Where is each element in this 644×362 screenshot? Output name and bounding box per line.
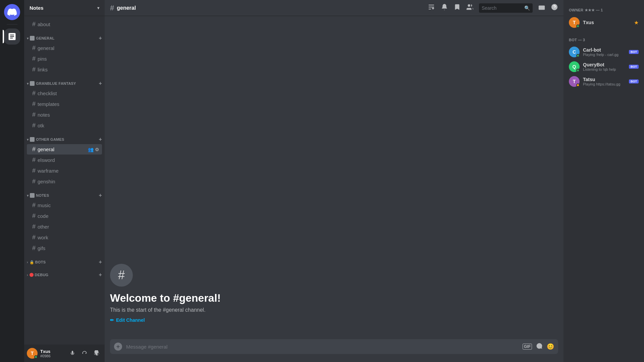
svg-point-0 [468,4,470,7]
channel-item-links[interactable]: # links [27,64,102,75]
search-input[interactable] [482,2,522,14]
channel-item-notes-gbf[interactable]: # notes [27,110,102,120]
member-name: Txus [583,20,631,25]
gif-button[interactable]: GIF [523,344,532,350]
member-status-indicator [576,24,580,28]
user-avatar[interactable]: T [27,348,38,359]
channel-item-warframe[interactable]: # warframe [27,166,102,176]
member-avatar: T [569,76,580,87]
folder-icon [30,81,35,86]
pencil-icon: ✏ [110,317,114,323]
user-tag-label: #0986 [40,354,64,358]
channel-name: notes [38,112,50,118]
channel-item-gifs[interactable]: # gifs [27,243,102,253]
member-name: QueryBot [583,62,626,67]
help-icon[interactable] [551,3,558,12]
channel-item-music[interactable]: # music [27,200,102,210]
deafen-button[interactable] [79,348,90,359]
emoji-button[interactable]: 😊 [547,343,554,350]
member-item-tatsu[interactable]: T Tatsu Playing https://tatsu.gg BOT [566,74,641,89]
user-controls [67,348,102,359]
channel-header-hash: # [110,4,114,12]
notification-bell-icon[interactable] [441,3,448,12]
channel-name: other [38,224,49,230]
channel-name: gifs [38,245,45,251]
category-granblue-fantasy[interactable]: ▾ GRANBLUE FANTASY + [24,75,105,88]
edit-channel-button[interactable]: ✏ Edit Channel [110,317,145,323]
server-sidebar [0,0,24,362]
bot-badge: BOT [629,65,639,69]
category-label: OTHER GAMES [36,137,64,141]
pin-icon[interactable] [453,3,461,12]
mute-button[interactable] [67,348,78,359]
channel-name: warframe [38,168,59,174]
chat-area: # Welcome to #general! This is the start… [105,16,564,339]
channel-item-general-other[interactable]: # general 👥 ⚙ [27,144,102,155]
channel-item-checklist[interactable]: # checklist [27,88,102,99]
settings-icon[interactable]: ⚙ [95,147,99,152]
members-icon[interactable] [466,3,474,12]
settings-button[interactable] [91,348,102,359]
add-channel-button[interactable]: + [99,192,102,198]
member-avatar: Q [569,61,580,72]
member-item-querybot[interactable]: Q QueryBot Listening to !qb help BOT [566,59,641,74]
channel-name: pins [38,56,47,62]
hash-icon: # [32,202,36,209]
threads-icon[interactable] [427,3,435,13]
channel-item-other[interactable]: # other [27,222,102,232]
hash-icon: # [32,245,36,252]
hash-icon: # [32,157,36,164]
add-channel-button[interactable]: + [99,272,102,278]
member-item-txus[interactable]: T Txus ★ [566,15,641,30]
member-status-indicator [576,69,580,72]
server-name-header[interactable]: Notes ▾ [24,0,105,16]
message-input[interactable] [126,340,519,353]
attach-file-button[interactable]: + [114,343,122,351]
channel-item-genshin[interactable]: # genshin [27,176,102,187]
category-general[interactable]: ▾ GENERAL + [24,30,105,43]
add-member-icon[interactable]: 👥 [88,147,94,152]
notes-server-icon[interactable] [4,28,20,45]
channel-item-about[interactable]: # about [27,19,102,29]
category-bots[interactable]: › 🔒 BOTS + [24,254,105,266]
channel-item-work[interactable]: # work [27,232,102,243]
category-chevron: ▾ [27,138,29,141]
hash-icon: # [32,146,36,153]
channel-name: general [38,45,54,51]
channel-name: templates [38,101,59,107]
search-bar[interactable]: 🔍 [479,3,533,13]
add-channel-button[interactable]: + [99,136,102,142]
channel-item-templates[interactable]: # templates [27,99,102,109]
inbox-icon[interactable] [538,3,545,12]
bot-section-label: BOT — 3 [569,38,585,42]
category-label: BOTS [35,260,46,264]
channel-item-code[interactable]: # code [27,211,102,221]
add-channel-button[interactable]: + [99,80,102,86]
add-channel-button[interactable]: + [99,259,102,265]
discord-server-icon[interactable] [4,4,20,20]
member-subtext: Listening to !qb help [583,67,626,71]
category-other-games[interactable]: ▾ OTHER GAMES + [24,131,105,144]
channel-name: music [38,202,51,208]
member-item-carlbot[interactable]: C Carl-bot Playing !help - carl.gg BOT [566,45,641,59]
channel-item-otk[interactable]: # otk [27,120,102,131]
sticker-icon[interactable] [536,343,543,351]
hash-icon: # [32,66,36,73]
channel-item-general-cat[interactable]: # general [27,43,102,53]
channel-header-icons: 🔍 [427,3,558,13]
category-notes[interactable]: ▾ NOTES + [24,187,105,200]
welcome-subtitle: This is the start of the #general channe… [110,307,558,313]
category-label: NOTES [36,193,49,197]
channel-name: checklist [38,90,57,96]
hash-icon: # [32,223,36,230]
member-name: Carl-bot [583,47,626,53]
member-list: OWNER ★★★ — 1 T Txus ★ BOT — 3 C Carl-bo… [564,0,644,362]
channel-item-elsword[interactable]: # elsword [27,155,102,165]
member-info: QueryBot Listening to !qb help [583,62,626,71]
owner-section-label: OWNER ★★★ — 1 [569,8,603,12]
channel-name: about [38,21,50,27]
main-content: # general 🔍 [105,0,564,362]
add-channel-button[interactable]: + [99,35,102,41]
channel-item-pins[interactable]: # pins [27,54,102,64]
category-debug[interactable]: › DEBUG + [24,266,105,279]
